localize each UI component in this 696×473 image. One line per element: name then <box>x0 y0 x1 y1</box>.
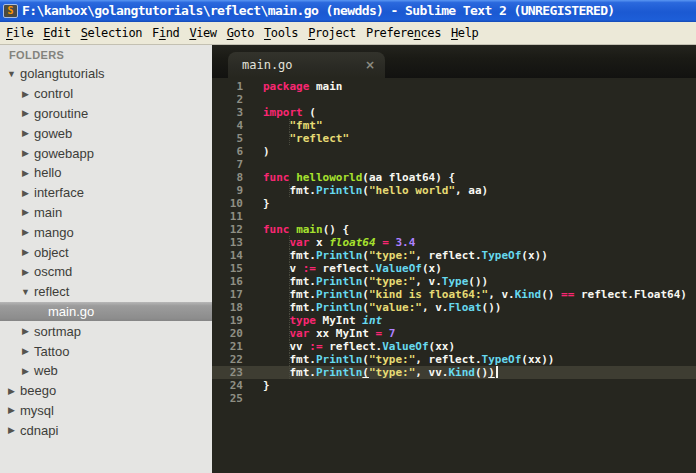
tab-bar: main.go × <box>212 45 696 78</box>
tree-item-label: control <box>34 86 73 101</box>
tree-folder-reflect[interactable]: ▼reflect <box>0 282 212 302</box>
triangle-right-icon[interactable]: ▶ <box>6 386 17 396</box>
tree-folder-golangtutorials[interactable]: ▼golangtutorials <box>0 64 212 84</box>
code-text: fmt.Println("type:", reflect.TypeOf(xx)) <box>243 353 554 366</box>
triangle-right-icon[interactable]: ▶ <box>20 128 31 138</box>
triangle-down-icon[interactable]: ▼ <box>6 69 17 79</box>
triangle-right-icon[interactable]: ▶ <box>20 89 31 99</box>
menu-find[interactable]: Find <box>147 22 184 44</box>
triangle-right-icon[interactable]: ▶ <box>20 326 31 336</box>
code-line-21[interactable]: 21 vv := reflect.ValueOf(xx) <box>212 340 696 353</box>
code-line-22[interactable]: 22 fmt.Println("type:", reflect.TypeOf(x… <box>212 353 696 366</box>
code-line-4[interactable]: 4 "fmt" <box>212 119 696 132</box>
code-line-6[interactable]: 6) <box>212 145 696 158</box>
line-number: 2 <box>212 93 243 106</box>
tree-item-label: mango <box>34 225 74 240</box>
tree-folder-cdnapi[interactable]: ▶cdnapi <box>0 420 212 440</box>
indent-guide <box>289 236 290 249</box>
text-cursor <box>496 366 498 378</box>
menu-view[interactable]: View <box>184 22 221 44</box>
code-line-7[interactable]: 7 <box>212 158 696 171</box>
menu-goto[interactable]: Goto <box>222 22 259 44</box>
code-area[interactable]: 1package main23import (4 "fmt"5 "reflect… <box>212 78 696 473</box>
code-line-17[interactable]: 17 fmt.Println("kind is float64:", v.Kin… <box>212 288 696 301</box>
code-line-8[interactable]: 8func helloworld(aa float64) { <box>212 171 696 184</box>
main-area: FOLDERS ▼golangtutorials▶control▶gorouti… <box>0 45 696 473</box>
tree-folder-goweb[interactable]: ▶goweb <box>0 123 212 143</box>
code-text: fmt.Println("hello world", aa) <box>243 184 488 197</box>
tree-folder-beego[interactable]: ▶beego <box>0 381 212 401</box>
triangle-right-icon[interactable]: ▶ <box>20 188 31 198</box>
triangle-right-icon[interactable]: ▶ <box>20 207 31 217</box>
code-line-2[interactable]: 2 <box>212 93 696 106</box>
indent-guide <box>289 340 290 353</box>
tab-main-go[interactable]: main.go × <box>228 52 385 78</box>
code-text: fmt.Println("value:", v.Float()) <box>243 301 501 314</box>
tree-folder-tattoo[interactable]: ▶Tattoo <box>0 341 212 361</box>
code-line-11[interactable]: 11 <box>212 210 696 223</box>
code-line-16[interactable]: 16 fmt.Println("type:", v.Type()) <box>212 275 696 288</box>
triangle-right-icon[interactable]: ▶ <box>20 108 31 118</box>
indent-guide <box>289 314 290 327</box>
code-line-1[interactable]: 1package main <box>212 80 696 93</box>
code-text <box>243 210 263 223</box>
tree-folder-sortmap[interactable]: ▶sortmap <box>0 321 212 341</box>
folders-header: FOLDERS <box>0 45 212 64</box>
tree-file-main-go[interactable]: main.go <box>0 302 212 322</box>
code-line-10[interactable]: 10} <box>212 197 696 210</box>
menu-bar: FileEditSelectionFindViewGotoToolsProjec… <box>0 22 696 45</box>
triangle-down-icon[interactable]: ▼ <box>20 287 31 297</box>
tree-folder-web[interactable]: ▶web <box>0 361 212 381</box>
code-line-14[interactable]: 14 fmt.Println("type:", reflect.TypeOf(x… <box>212 249 696 262</box>
code-text: fmt.Println("type:", v.Type()) <box>243 275 488 288</box>
menu-tools[interactable]: Tools <box>259 22 303 44</box>
menu-selection[interactable]: Selection <box>76 22 147 44</box>
tab-close-icon[interactable]: × <box>365 58 375 72</box>
code-text: fmt.Println("kind is float64:", v.Kind()… <box>243 288 687 301</box>
window-title: F:\kanbox\golangtutorials\reflect\main.g… <box>22 0 615 22</box>
triangle-right-icon[interactable]: ▶ <box>6 405 17 415</box>
code-line-15[interactable]: 15 v := reflect.ValueOf(x) <box>212 262 696 275</box>
code-line-19[interactable]: 19 type MyInt int <box>212 314 696 327</box>
code-line-9[interactable]: 9 fmt.Println("hello world", aa) <box>212 184 696 197</box>
menu-file[interactable]: File <box>1 22 38 44</box>
triangle-right-icon[interactable]: ▶ <box>20 346 31 356</box>
triangle-right-icon[interactable]: ▶ <box>20 168 31 178</box>
tree-folder-mysql[interactable]: ▶mysql <box>0 401 212 421</box>
menu-help[interactable]: Help <box>446 22 483 44</box>
tree-folder-interface[interactable]: ▶interface <box>0 183 212 203</box>
menu-project[interactable]: Project <box>303 22 361 44</box>
line-number: 4 <box>212 119 243 132</box>
code-line-23[interactable]: 23 fmt.Println("type:", vv.Kind()) <box>212 366 696 379</box>
code-line-25[interactable]: 25 <box>212 392 696 405</box>
triangle-right-icon[interactable]: ▶ <box>20 148 31 158</box>
triangle-right-icon[interactable]: ▶ <box>20 366 31 376</box>
menu-preferences[interactable]: Preferences <box>361 22 446 44</box>
tree-folder-mango[interactable]: ▶mango <box>0 222 212 242</box>
triangle-right-icon[interactable]: ▶ <box>20 247 31 257</box>
code-line-5[interactable]: 5 "reflect" <box>212 132 696 145</box>
code-line-20[interactable]: 20 var xx MyInt = 7 <box>212 327 696 340</box>
tree-folder-control[interactable]: ▶control <box>0 84 212 104</box>
triangle-right-icon[interactable]: ▶ <box>20 267 31 277</box>
sidebar: FOLDERS ▼golangtutorials▶control▶gorouti… <box>0 45 212 473</box>
code-text: fmt.Println("type:", vv.Kind()) <box>243 366 498 379</box>
code-line-13[interactable]: 13 var x float64 = 3.4 <box>212 236 696 249</box>
tree-folder-gowebapp[interactable]: ▶gowebapp <box>0 143 212 163</box>
tree-folder-oscmd[interactable]: ▶oscmd <box>0 262 212 282</box>
code-line-24[interactable]: 24} <box>212 379 696 392</box>
triangle-right-icon[interactable]: ▶ <box>20 227 31 237</box>
tree-folder-main[interactable]: ▶main <box>0 203 212 223</box>
line-number: 20 <box>212 327 243 340</box>
sublime-app-icon: S <box>3 4 18 18</box>
code-text: vv := reflect.ValueOf(xx) <box>243 340 455 353</box>
tree-folder-hello[interactable]: ▶hello <box>0 163 212 183</box>
triangle-right-icon[interactable]: ▶ <box>6 425 17 435</box>
code-line-12[interactable]: 12func main() { <box>212 223 696 236</box>
tree-folder-object[interactable]: ▶object <box>0 242 212 262</box>
menu-edit[interactable]: Edit <box>38 22 75 44</box>
tree-folder-goroutine[interactable]: ▶goroutine <box>0 104 212 124</box>
code-line-18[interactable]: 18 fmt.Println("value:", v.Float()) <box>212 301 696 314</box>
code-line-3[interactable]: 3import ( <box>212 106 696 119</box>
line-number: 12 <box>212 223 243 236</box>
